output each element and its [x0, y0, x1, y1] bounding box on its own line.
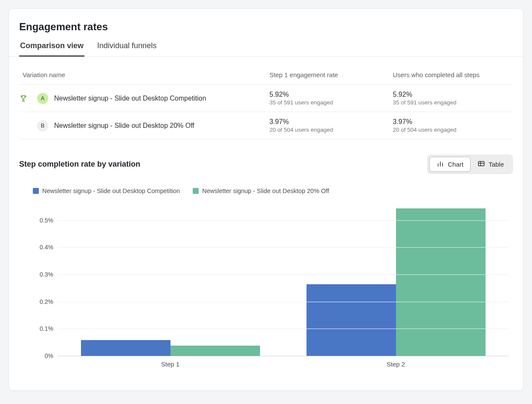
y-tick-label: 0.2% [40, 298, 53, 305]
bar-group [58, 207, 283, 356]
section-header: Step completion rate by variation Chart … [9, 144, 523, 177]
legend-swatch-a [33, 188, 39, 194]
variation-badge: A [37, 93, 48, 104]
engagement-card: Engagement rates Comparison view Individ… [9, 9, 523, 391]
chart-bar [396, 208, 486, 356]
step1-sub: 20 of 504 users engaged [269, 127, 386, 133]
legend-label-a: Newsletter signup - Slide out Desktop Co… [42, 188, 180, 194]
chart-table-toggle: Chart Table [427, 155, 513, 174]
trophy-icon [19, 94, 28, 103]
toggle-chart-button[interactable]: Chart [429, 157, 471, 172]
tabs: Comparison view Individual funnels [19, 39, 513, 56]
legend-swatch-b [193, 188, 199, 194]
variation-name: Newsletter signup - Slide out Desktop 20… [54, 122, 194, 130]
chart-legend: Newsletter signup - Slide out Desktop Co… [9, 177, 523, 199]
tab-rule [9, 56, 523, 57]
x-axis-labels: Step 1Step 2 [58, 356, 509, 373]
chart-bar [306, 284, 396, 356]
step1-pct: 3.97% [269, 118, 386, 126]
completed-sub: 35 of 591 users engaged [393, 99, 510, 106]
step1-pct: 5.92% [269, 91, 386, 98]
tab-comparison-view[interactable]: Comparison view [19, 39, 84, 57]
table-row: A Newsletter signup - Slide out Desktop … [19, 85, 513, 112]
variations-table: Variation name Step 1 engagement rate Us… [19, 65, 513, 139]
y-tick-label: 0.5% [40, 217, 53, 224]
chart-bar [81, 340, 171, 356]
plot-area: 0%0.1%0.2%0.3%0.4%0.5% [58, 207, 509, 356]
grid-line: 0.1% [58, 329, 509, 329]
bar-groups [58, 207, 509, 356]
completed-pct: 3.97% [393, 118, 510, 126]
table-icon [477, 160, 485, 169]
chart-bar [171, 346, 260, 356]
variation-cell: B Newsletter signup - Slide out Desktop … [23, 120, 263, 131]
section-title: Step completion rate by variation [19, 160, 140, 169]
completed-pct: 5.92% [393, 91, 510, 98]
step1-sub: 35 of 591 users engaged [269, 99, 386, 106]
table-row: B Newsletter signup - Slide out Desktop … [19, 112, 513, 139]
variation-name: Newsletter signup - Slide out Desktop Co… [54, 95, 206, 102]
legend-label-b: Newsletter signup - Slide out Desktop 20… [202, 188, 329, 194]
y-tick-label: 0.4% [40, 244, 53, 251]
legend-item-b: Newsletter signup - Slide out Desktop 20… [193, 188, 329, 194]
card-header: Engagement rates Comparison view Individ… [9, 21, 523, 56]
grid-line: 0.3% [58, 274, 509, 275]
legend-item-a: Newsletter signup - Slide out Desktop Co… [33, 188, 180, 194]
col-completed-all: Users who completed all steps [390, 65, 513, 85]
variation-cell: A Newsletter signup - Slide out Desktop … [23, 93, 263, 104]
grid-line: 0.4% [58, 247, 509, 248]
y-tick-label: 0.3% [40, 271, 53, 278]
bar-chart-icon [437, 160, 444, 169]
bar-group [283, 207, 509, 356]
page-title: Engagement rates [19, 21, 513, 33]
toggle-table-label: Table [489, 161, 504, 168]
col-variation-name: Variation name [19, 65, 266, 85]
tab-individual-funnels[interactable]: Individual funnels [96, 39, 157, 57]
chart: 0%0.1%0.2%0.3%0.4%0.5% Step 1Step 2 [19, 203, 513, 373]
completed-sub: 20 of 504 users engaged [393, 127, 510, 133]
x-tick-label: Step 2 [283, 356, 509, 373]
toggle-chart-label: Chart [448, 161, 463, 168]
x-tick-label: Step 1 [58, 356, 283, 373]
y-tick-label: 0.1% [40, 325, 53, 332]
toggle-table-button[interactable]: Table [471, 157, 511, 172]
y-tick-label: 0% [45, 352, 53, 359]
variation-badge: B [37, 120, 48, 131]
grid-line: 0.5% [58, 220, 509, 221]
col-step1-rate: Step 1 engagement rate [266, 65, 390, 85]
grid-line: 0.2% [58, 302, 509, 302]
